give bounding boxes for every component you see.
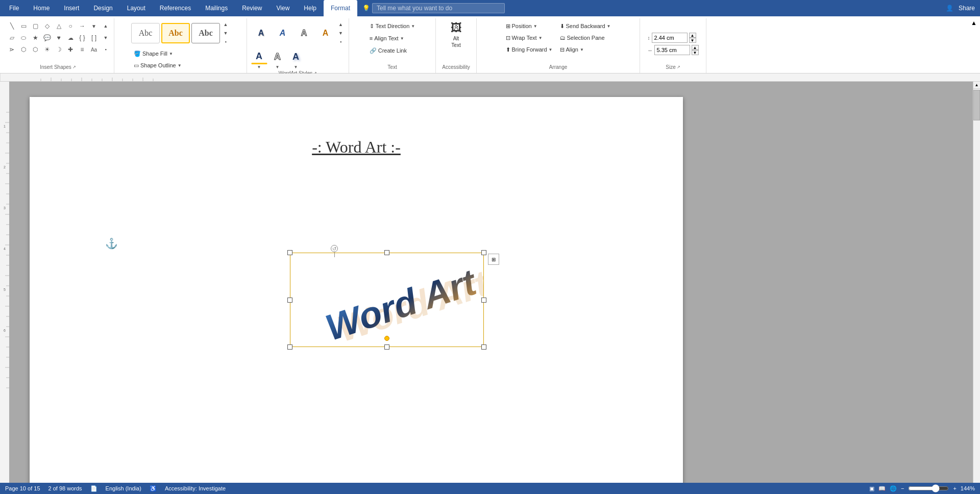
layout-options-btn[interactable]: ⊞ — [488, 254, 499, 265]
tab-review[interactable]: Review — [235, 0, 269, 16]
tab-help[interactable]: Help — [297, 0, 324, 16]
shape-sun[interactable]: ☀ — [41, 44, 53, 55]
alt-text-btn[interactable]: 🖼 Alt Text — [442, 20, 471, 49]
wordart-style-2[interactable]: A — [273, 24, 293, 42]
wordart-text-color[interactable]: A — [251, 50, 267, 64]
handle-mr[interactable] — [481, 298, 486, 303]
align-btn[interactable]: ⊟ Align ▼ — [557, 44, 614, 55]
wrap-text-btn[interactable]: ⊡ Wrap Text ▼ — [503, 32, 555, 43]
shape-callout[interactable]: 💬 — [41, 32, 53, 43]
wordart-style-1[interactable]: A — [251, 24, 272, 42]
tab-mailings[interactable]: Mailings — [198, 0, 235, 16]
shape-arrow-right[interactable]: → — [77, 20, 88, 32]
wordart-effects-arrow[interactable]: ▼ — [294, 65, 298, 69]
shape-fill-btn[interactable]: 🪣 Shape Fill ▼ — [131, 48, 185, 59]
handle-br[interactable] — [481, 344, 486, 350]
handle-bl[interactable] — [287, 344, 292, 350]
shape-style-outline[interactable]: Abc — [191, 23, 220, 43]
shape-star[interactable]: ★ — [30, 32, 41, 43]
handle-tm[interactable] — [384, 250, 389, 255]
selection-pane-btn[interactable]: 🗂 Selection Pane — [557, 32, 614, 43]
width-input[interactable] — [654, 45, 690, 55]
wordart-style-4[interactable]: A — [315, 24, 336, 42]
handle-bm[interactable] — [384, 344, 389, 350]
tab-references[interactable]: References — [153, 0, 198, 16]
shape-text-box[interactable]: Aa — [88, 44, 100, 55]
tab-insert[interactable]: Insert — [57, 0, 86, 16]
shape-style-more[interactable]: ▪ — [222, 38, 230, 46]
shape-rect[interactable]: ▭ — [18, 20, 29, 32]
insert-shapes-expand-icon[interactable]: ↗ — [72, 65, 76, 69]
tab-file[interactable]: File — [2, 0, 26, 16]
handle-ml[interactable] — [287, 298, 292, 303]
tab-design[interactable]: Design — [86, 0, 119, 16]
wordart-color-arrow[interactable]: ▼ — [257, 65, 261, 69]
scroll-thumb[interactable] — [973, 90, 980, 120]
shape-chevron[interactable]: ⋗ — [6, 44, 17, 55]
scrollbar-vertical[interactable]: ▲ ▼ — [973, 82, 980, 490]
wordart-text-effects[interactable]: A — [288, 50, 304, 64]
shape-style-up[interactable]: ▲ — [222, 20, 230, 29]
shape-octagon[interactable]: ⬡ — [30, 44, 41, 55]
shape-diamond[interactable]: ◇ — [41, 20, 53, 32]
wordart-outline-arrow[interactable]: ▼ — [276, 65, 280, 69]
handle-tl[interactable] — [287, 250, 292, 255]
search-input[interactable] — [372, 3, 505, 13]
shape-style-plain[interactable]: Abc — [131, 23, 160, 43]
position-btn[interactable]: ⊞ Position ▼ — [503, 20, 555, 32]
zoom-out-btn[interactable]: − — [901, 485, 904, 491]
shape-hexagon[interactable]: ⬡ — [18, 44, 29, 55]
shape-scroll-up[interactable]: ▲ — [102, 20, 110, 32]
width-down[interactable]: ▼ — [692, 50, 699, 55]
create-link-btn[interactable]: 🔗 Create Link — [367, 45, 409, 56]
adjust-handle[interactable] — [384, 336, 389, 341]
tab-view[interactable]: View — [270, 0, 297, 16]
shape-cylinder[interactable]: ⬭ — [18, 32, 29, 43]
wordart-selection-area[interactable]: Word Art Word Art ⊞ — [290, 253, 484, 347]
shape-style-down[interactable]: ▼ — [222, 29, 230, 37]
zoom-slider[interactable] — [908, 484, 949, 492]
send-backward-btn[interactable]: ⬇ Send Backward ▼ — [557, 20, 614, 32]
tab-home[interactable]: Home — [26, 0, 57, 16]
wordart-up[interactable]: ▲ — [337, 20, 345, 29]
shape-heart[interactable]: ♥ — [53, 32, 64, 43]
wordart-down[interactable]: ▼ — [337, 29, 345, 37]
shape-scroll-all[interactable]: ▪ — [102, 44, 110, 55]
wordart-style-3[interactable]: A — [294, 24, 314, 42]
shape-more[interactable]: ▼ — [88, 20, 100, 32]
shape-eq[interactable]: ≡ — [77, 44, 88, 55]
tab-format[interactable]: Format — [324, 0, 357, 16]
wordart-more[interactable]: ▪ — [337, 38, 345, 46]
collapse-ribbon-btn[interactable]: ▲ — [970, 18, 978, 73]
wordart-text-outline[interactable]: A — [270, 50, 286, 64]
scroll-up-btn[interactable]: ▲ — [973, 82, 980, 89]
shape-moon[interactable]: ☽ — [53, 44, 64, 55]
tab-layout[interactable]: Layout — [120, 0, 153, 16]
document-area[interactable]: ⚓ -: Word Art :- ↺ — [9, 82, 973, 490]
height-input[interactable] — [652, 33, 688, 43]
shape-triangle[interactable]: △ — [53, 20, 64, 32]
handle-tr[interactable] — [481, 250, 486, 255]
shape-para[interactable]: ▱ — [6, 32, 17, 43]
height-down[interactable]: ▼ — [689, 38, 696, 43]
shape-rounded-rect[interactable]: ▢ — [30, 20, 41, 32]
shape-bracket[interactable]: { } — [77, 32, 88, 43]
view-normal-icon[interactable]: ▣ — [869, 485, 874, 492]
shape-line[interactable]: ╲ — [6, 20, 17, 32]
shape-ellipse[interactable]: ○ — [65, 20, 76, 32]
shape-style-selected[interactable]: Abc — [161, 23, 190, 43]
shape-cross[interactable]: ✚ — [65, 44, 76, 55]
rotate-handle[interactable]: ↺ — [331, 245, 338, 252]
align-text-btn[interactable]: ≡ Align Text ▼ — [367, 33, 407, 44]
height-up[interactable]: ▲ — [689, 33, 696, 38]
shape-outline-btn[interactable]: ▭ Shape Outline ▼ — [131, 60, 185, 71]
shape-brace[interactable]: [ ] — [88, 32, 100, 43]
view-web-icon[interactable]: 🌐 — [890, 485, 897, 492]
zoom-in-btn[interactable]: + — [953, 485, 956, 491]
bring-forward-btn[interactable]: ⬆ Bring Forward ▼ — [503, 44, 555, 55]
shape-scroll-more[interactable]: ▼ — [102, 32, 110, 43]
text-direction-btn[interactable]: ⇕ Text Direction ▼ — [367, 20, 418, 32]
view-reader-icon[interactable]: 📖 — [878, 485, 886, 492]
size-expand-icon[interactable]: ↗ — [677, 65, 680, 69]
share-button[interactable]: Share — [959, 5, 975, 12]
